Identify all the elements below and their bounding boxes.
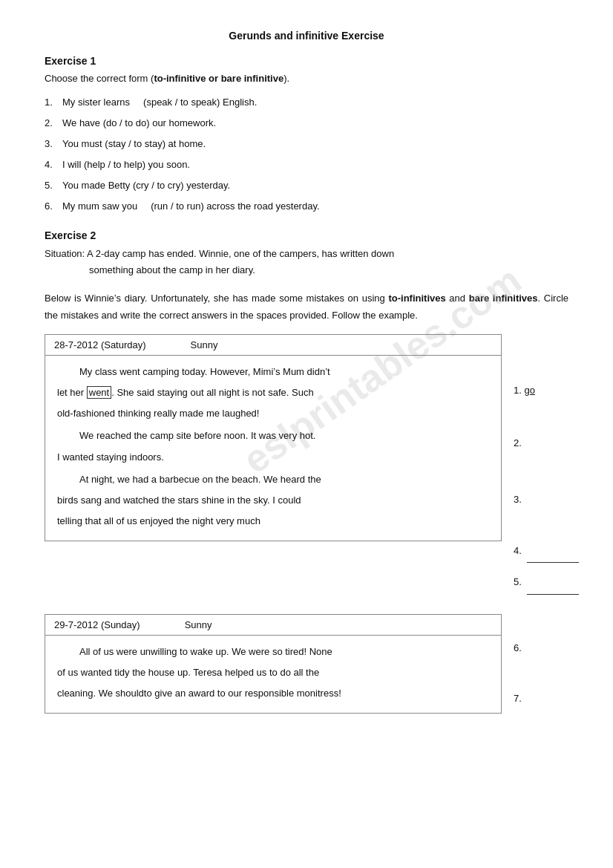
answer-3: 3. — [514, 488, 568, 512]
diary2-box: 29-7-2012 (Sunday) Sunny All of us were … — [45, 614, 502, 714]
exercise2-section: Exercise 2 Situation: A 2-day camp has e… — [45, 229, 568, 718]
diary1-header: 28-7-2012 (Saturday) Sunny — [45, 335, 501, 356]
item-num: 6. — [45, 198, 58, 215]
exercise1-section: Exercise 1 Choose the correct form (to-i… — [45, 55, 568, 215]
diary1-date: 28-7-2012 (Saturday) — [54, 339, 146, 350]
item-num: 5. — [45, 177, 58, 194]
item-num: 3. — [45, 136, 58, 152]
exercise1-list: 1. My sister learns (speak / to speak) E… — [45, 94, 568, 215]
blank-5 — [527, 594, 579, 595]
exercise2-situation: Situation: A 2-day camp has ended. Winni… — [45, 246, 568, 278]
diary2-answers: 6. 7. — [502, 614, 568, 719]
list-item: 1. My sister learns (speak / to speak) E… — [45, 94, 568, 111]
diary2-left: 29-7-2012 (Sunday) Sunny All of us were … — [45, 614, 502, 719]
diary1-left: 28-7-2012 (Saturday) Sunny My class went… — [45, 334, 502, 602]
item-text: I will (help / to help) you soon. — [62, 157, 190, 173]
page-title: Gerunds and infinitive Exercise — [45, 30, 568, 42]
answer-7: 7. — [514, 687, 568, 711]
situation-text2: something about the camp in her diary. — [45, 264, 255, 275]
diary2-content: All of us were unwilling to wake up. We … — [45, 636, 501, 713]
diary1-p7: birds sang and watched the stars shine i… — [57, 492, 489, 509]
answer-1: 1. go — [514, 379, 568, 403]
item-num: 1. — [45, 94, 58, 111]
diary1-p8: telling that all of us enjoyed the night… — [57, 512, 489, 530]
instruction-bold: to-infinitive or bare infinitive — [154, 73, 283, 84]
list-item: 3. You must (stay / to stay) at home. — [45, 136, 568, 152]
diary2-header: 29-7-2012 (Sunday) Sunny — [45, 615, 501, 636]
diary2-p3: cleaning. We shouldto give an award to o… — [57, 685, 489, 702]
diary2-p2: of us wanted tidy the house up. Teresa h… — [57, 664, 489, 682]
answer-6: 6. — [514, 636, 568, 661]
diary2-weather: Sunny — [185, 619, 212, 630]
exercise2-below-text: Below is Winnie’s diary. Unfortunately, … — [45, 290, 568, 324]
diary1-content: My class went camping today. However, Mi… — [45, 356, 501, 540]
diary1-answers: 1. go 2. 3. 4. 5. — [502, 334, 568, 602]
diary2-date: 29-7-2012 (Sunday) — [54, 619, 140, 630]
main-content: eslprintables.com Gerunds and infinitive… — [45, 30, 568, 719]
diary1-box: 28-7-2012 (Saturday) Sunny My class went… — [45, 334, 502, 541]
diary2-p1: All of us were unwilling to wake up. We … — [57, 643, 489, 661]
bold-toinfinitive: to-infinitives — [388, 293, 445, 304]
diary1-p5: I wanted staying indoors. — [57, 448, 489, 466]
diary1-wrapper: 28-7-2012 (Saturday) Sunny My class went… — [45, 334, 568, 602]
item-text: We have (do / to do) our homework. — [62, 115, 216, 131]
item-text: You must (stay / to stay) at home. — [62, 136, 206, 152]
diary1-p3: old-fashioned thinking really made me la… — [57, 405, 489, 422]
item-text: You made Betty (cry / to cry) yesterday. — [62, 177, 230, 194]
item-num: 2. — [45, 115, 58, 131]
item-text: My sister learns (speak / to speak) Engl… — [62, 94, 257, 111]
situation-text: Situation: A 2-day camp has ended. Winni… — [45, 248, 394, 259]
item-num: 4. — [45, 157, 58, 173]
boxed-went: went — [87, 386, 111, 399]
instruction-suffix: ). — [283, 73, 289, 84]
diary2-wrapper: 29-7-2012 (Sunday) Sunny All of us were … — [45, 614, 568, 719]
bold-bareinfinitive: bare infinitives — [469, 293, 538, 304]
answer-5: 5. — [514, 570, 568, 595]
list-item: 4. I will (help / to help) you soon. — [45, 157, 568, 173]
blank-4 — [527, 562, 579, 563]
list-item: 5. You made Betty (cry / to cry) yesterd… — [45, 177, 568, 194]
list-item: 6. My mum saw you (run / to run) across … — [45, 198, 568, 215]
answer-4: 4. — [514, 539, 568, 564]
item-text: My mum saw you (run / to run) across the… — [62, 198, 320, 215]
answer-2: 2. — [514, 431, 568, 456]
diary1-weather: Sunny — [191, 339, 218, 350]
exercise1-instruction: Choose the correct form (to-infinitive o… — [45, 71, 568, 87]
list-item: 2. We have (do / to do) our homework. — [45, 115, 568, 131]
diary1-p2: let her went. She said staying out all n… — [57, 384, 489, 402]
diary1-p6: At night, we had a barbecue on the beach… — [57, 471, 489, 489]
instruction-prefix: Choose the correct form ( — [45, 73, 154, 84]
exercise2-heading: Exercise 2 — [45, 229, 568, 241]
exercise1-heading: Exercise 1 — [45, 55, 568, 67]
diary1-p1: My class went camping today. However, Mi… — [57, 363, 489, 381]
answer-1-text: go — [524, 385, 534, 396]
diary1-p4: We reached the camp site before noon. It… — [57, 427, 489, 445]
